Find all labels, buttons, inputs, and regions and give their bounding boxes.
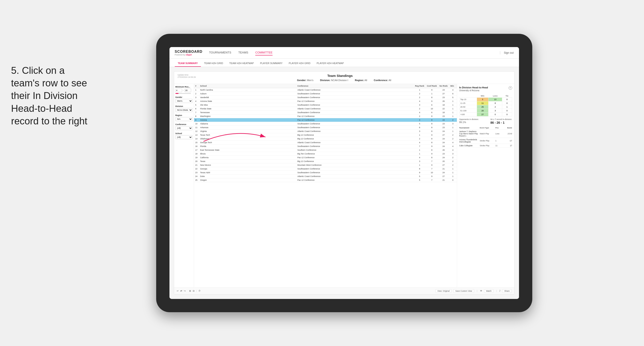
subnav-team-summary[interactable]: TEAM SUMMARY bbox=[175, 60, 201, 67]
nav-tournaments[interactable]: TOURNAMENTS bbox=[209, 50, 231, 55]
standings-row[interactable]: 2 Auburn Southeastern Conference 2 1 27 … bbox=[194, 92, 457, 96]
standings-row[interactable]: 11 Arkansas Southeastern Conference 6 8 … bbox=[194, 126, 457, 130]
standings-row[interactable]: 10 Alabama Southeastern Conference 5 8 2… bbox=[194, 122, 457, 126]
row-conference: Big Ten Conference bbox=[296, 152, 414, 156]
row-school: Virginia bbox=[199, 130, 296, 133]
row-win: 3 bbox=[449, 152, 457, 156]
row-conf-rank: 6 bbox=[426, 111, 438, 114]
division-select[interactable]: NCAA Division I bbox=[176, 108, 192, 112]
row-school: Arkansas bbox=[199, 126, 296, 130]
row-reg-rank: 3 bbox=[414, 118, 426, 122]
top-nav-links: TOURNAMENTS TEAMS COMMITTEE bbox=[209, 50, 500, 55]
standings-row[interactable]: 14 Oklahoma Big 12 Conference 2 8 24 2 bbox=[194, 137, 457, 141]
row-conf-rank: 8 bbox=[426, 96, 438, 99]
col-header-rank: # bbox=[194, 84, 199, 88]
standings-row[interactable]: 23 Texas A&M Southeastern Conference 9 1… bbox=[194, 171, 457, 174]
subnav-team-h2h-grid[interactable]: TEAM H2H GRID bbox=[201, 60, 226, 67]
undo-icon[interactable]: ↩ bbox=[177, 290, 178, 292]
redo-icon[interactable]: ⇄ bbox=[180, 290, 182, 292]
row-conference: Atlantic Coast Conference bbox=[296, 141, 414, 145]
standings-row[interactable]: 3 Vanderbilt Southeastern Conference 2 8… bbox=[194, 96, 457, 99]
row-conf-rank: 8 bbox=[426, 122, 438, 126]
logo-sub: Powered by clippd bbox=[175, 54, 203, 56]
view-original-button[interactable]: View: Original bbox=[436, 289, 452, 293]
nav-teams[interactable]: TEAMS bbox=[238, 50, 248, 55]
nav-committee[interactable]: COMMITTEE bbox=[255, 50, 272, 55]
row-win: 2 bbox=[449, 133, 457, 137]
standings-row[interactable]: 18 Illinois Big Ten Conference 1 9 23 3 bbox=[194, 152, 457, 156]
subnav-player-summary[interactable]: PLAYER SUMMARY bbox=[257, 60, 286, 67]
h2h-row-over100: >100 27 0 0 bbox=[459, 113, 512, 116]
standings-row[interactable]: 1 North Carolina Atlantic Coast Conferen… bbox=[194, 88, 457, 92]
update-time: Update time: 27/03/2024 16:56:26 bbox=[178, 74, 196, 78]
row-rank: 22 bbox=[194, 167, 199, 171]
row-no-rnds: 22 bbox=[438, 107, 449, 111]
filter-row: Gender: Men's Division: NCAA Division I … bbox=[178, 79, 511, 82]
min-rounds-max-input[interactable] bbox=[184, 89, 191, 92]
standings-table: # School Conference Reg Rank Conf Rank N… bbox=[194, 84, 457, 182]
subnav-player-h2h-grid[interactable]: PLAYER H2H GRID bbox=[286, 60, 314, 67]
region-select[interactable]: N/A bbox=[176, 117, 192, 121]
row-no-rnds: 24 bbox=[438, 137, 449, 141]
row-win: 1 bbox=[449, 99, 457, 103]
row-rank: 25 bbox=[194, 178, 199, 182]
standings-row[interactable]: 6 Florida State Atlantic Coast Conferenc… bbox=[194, 107, 457, 111]
row-win: 2 bbox=[449, 118, 457, 122]
row-school: North Carolina bbox=[199, 88, 296, 92]
row-conference: Big 12 Conference bbox=[296, 160, 414, 163]
row-school: Georgia Tech bbox=[199, 141, 296, 145]
subnav-team-h2h-heatmap[interactable]: TEAM H2H HEATMAP bbox=[226, 60, 257, 67]
row-school: Arizona State bbox=[199, 99, 296, 103]
row-no-rnds: 27 bbox=[438, 92, 449, 96]
row-no-rnds: 26 bbox=[438, 99, 449, 103]
h2h-close-button[interactable]: × bbox=[508, 86, 512, 90]
row-reg-rank: 4 bbox=[414, 99, 426, 103]
paste-icon[interactable]: ⊟ bbox=[193, 290, 194, 292]
standings-row[interactable]: 9 Arizona Pac-12 Conference 3 8 24 2 bbox=[194, 118, 457, 122]
standings-row[interactable]: 5 Ole Miss Southeastern Conference 3 6 1… bbox=[194, 103, 457, 107]
save-custom-button[interactable]: Save Custom View bbox=[453, 289, 474, 293]
row-win: 4 bbox=[449, 88, 457, 92]
subnav-player-h2h-heatmap[interactable]: PLAYER H2H HEATMAP bbox=[314, 60, 347, 67]
row-reg-rank: 1 bbox=[414, 148, 426, 152]
conference-select[interactable]: (All) bbox=[176, 126, 192, 130]
standings-row[interactable]: 22 Georgia Southeastern Conference 8 7 2… bbox=[194, 167, 457, 171]
col-header-reg-rank: Reg Rank bbox=[414, 84, 426, 88]
standings-row[interactable]: 12 Virginia Atlantic Coast Conference 3 … bbox=[194, 130, 457, 133]
copy-icon[interactable]: ⊞ bbox=[189, 290, 191, 292]
row-conf-rank: 9 bbox=[426, 145, 438, 148]
row-rank: 7 bbox=[194, 111, 199, 114]
row-rank: 21 bbox=[194, 163, 199, 167]
row-reg-rank: 6 bbox=[414, 126, 426, 130]
row-win: 0 bbox=[449, 178, 457, 182]
standings-row[interactable]: 4 Arizona State Pac-12 Conference 4 9 26… bbox=[194, 99, 457, 103]
standings-row[interactable]: 20 Texas Big 12 Conference 3 7 20 2 bbox=[194, 160, 457, 163]
row-conference: Southeastern Conference bbox=[296, 92, 414, 96]
share-button[interactable]: Share bbox=[502, 289, 512, 293]
standings-row[interactable]: 15 Georgia Tech Atlantic Coast Conferenc… bbox=[194, 141, 457, 145]
sign-out-button[interactable]: Sign out bbox=[500, 51, 514, 54]
rounds-slider[interactable] bbox=[176, 93, 191, 94]
content-card: Update time: 27/03/2024 16:56:26 Team St… bbox=[174, 71, 514, 295]
row-school: Auburn bbox=[199, 92, 296, 96]
min-rounds-input[interactable] bbox=[176, 89, 182, 92]
row-no-rnds: 23 bbox=[438, 114, 449, 118]
row-school: Texas bbox=[199, 160, 296, 163]
row-no-rnds: 27 bbox=[438, 163, 449, 167]
standings-row[interactable]: 17 East Tennessee State Southern Confere… bbox=[194, 148, 457, 152]
standings-row[interactable]: 25 Oregon Pac-12 Conference 5 7 21 0 bbox=[194, 178, 457, 182]
gender-select[interactable]: Men's bbox=[176, 99, 192, 103]
school-select[interactable]: (All) bbox=[176, 135, 192, 139]
table-area: # School Conference Reg Rank Conf Rank N… bbox=[194, 84, 457, 287]
standings-row[interactable]: 19 California Pac-12 Conference 4 8 24 2 bbox=[194, 156, 457, 160]
standings-row[interactable]: 13 Texas Tech Big 12 Conference 1 9 27 2 bbox=[194, 133, 457, 137]
standings-row[interactable]: 7 Tennessee Southeastern Conference 4 6 … bbox=[194, 111, 457, 114]
watch-button[interactable]: Watch bbox=[484, 289, 494, 293]
standings-row[interactable]: 8 Washington Pac-12 Conference 2 8 23 1 bbox=[194, 114, 457, 118]
forward-icon[interactable]: ↪ bbox=[184, 290, 186, 292]
row-rank: 4 bbox=[194, 99, 199, 103]
row-conference: Southeastern Conference bbox=[296, 96, 414, 99]
standings-row[interactable]: 24 Duke Atlantic Coast Conference 5 9 27… bbox=[194, 174, 457, 178]
standings-row[interactable]: 21 New Mexico Mountain West Conference 1… bbox=[194, 163, 457, 167]
standings-row[interactable]: 16 Florida Southeastern Conference 7 9 2… bbox=[194, 145, 457, 148]
